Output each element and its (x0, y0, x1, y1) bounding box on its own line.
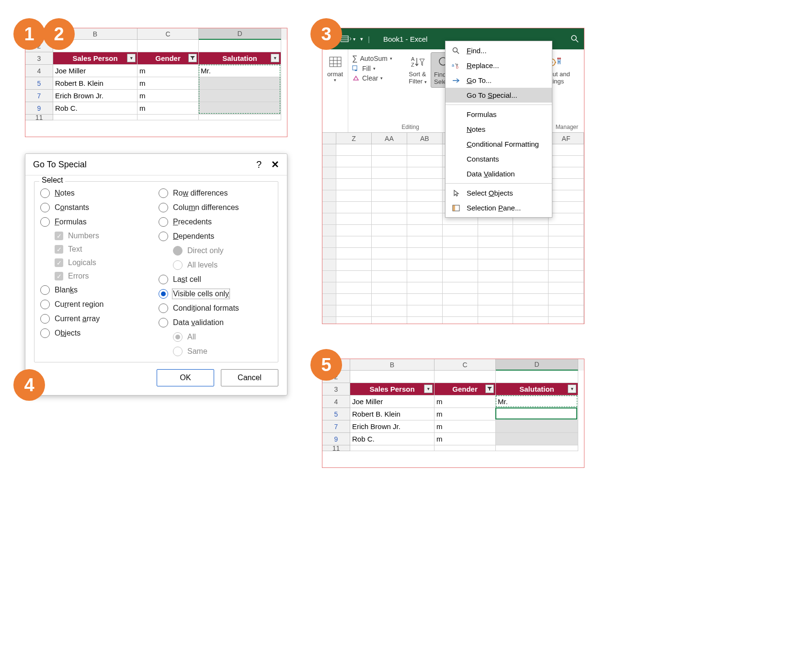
cell[interactable] (372, 305, 407, 317)
cell[interactable] (478, 305, 514, 317)
cell[interactable] (435, 445, 496, 451)
cell[interactable] (549, 156, 584, 167)
cell[interactable] (372, 167, 407, 179)
fill-button[interactable]: Fill ▾ (352, 65, 405, 72)
cell[interactable] (513, 259, 549, 271)
cell[interactable]: Rob C. (53, 102, 137, 115)
cell[interactable] (407, 305, 443, 317)
cell[interactable]: m (137, 77, 199, 90)
close-icon[interactable]: ✕ (271, 159, 279, 170)
cell[interactable] (336, 144, 372, 156)
radio-current-region[interactable]: Current region (40, 300, 154, 309)
radio-visible-cells-only[interactable]: Visible cells only (159, 289, 272, 299)
cell[interactable] (496, 408, 578, 420)
cell[interactable] (549, 317, 584, 324)
cell[interactable] (336, 282, 372, 294)
row-header[interactable]: 3 (322, 383, 350, 396)
cell[interactable] (407, 213, 443, 225)
cancel-button[interactable]: Cancel (221, 369, 278, 386)
row-header[interactable] (322, 190, 336, 202)
cell[interactable] (478, 248, 514, 259)
cell[interactable] (372, 202, 407, 213)
cell[interactable] (137, 115, 199, 120)
format-button[interactable]: ormat ▾ (323, 52, 347, 84)
cell[interactable] (407, 271, 443, 282)
menu-item-notes[interactable]: Notes (446, 122, 552, 137)
cell[interactable] (496, 371, 578, 383)
cell[interactable] (372, 294, 407, 305)
cell[interactable] (513, 271, 549, 282)
cell[interactable] (549, 282, 584, 294)
radio-notes[interactable]: Notes (40, 188, 154, 198)
cell[interactable] (372, 317, 407, 324)
cell[interactable] (478, 225, 514, 236)
radio-constants[interactable]: Constants (40, 203, 154, 212)
cell[interactable] (407, 294, 443, 305)
radio-conditional-formats[interactable]: Conditional formats (159, 303, 272, 313)
cell[interactable]: m (137, 65, 199, 77)
cell[interactable] (513, 282, 549, 294)
cell[interactable] (443, 225, 478, 236)
row-header[interactable] (322, 156, 336, 167)
radio-formulas[interactable]: Formulas (40, 217, 154, 227)
cell[interactable] (549, 167, 584, 179)
cell[interactable] (199, 40, 281, 52)
cell[interactable] (443, 317, 478, 324)
cell[interactable] (549, 259, 584, 271)
cell[interactable] (443, 271, 478, 282)
menu-item-selection-pane[interactable]: Selection Pane... (446, 200, 552, 215)
qat-overflow-icon[interactable]: ▾ (360, 36, 363, 42)
cell[interactable] (549, 144, 584, 156)
menu-item-go-to[interactable]: Go To... (446, 73, 552, 88)
cell[interactable]: Rob C. (350, 433, 435, 445)
cell[interactable] (372, 282, 407, 294)
cell[interactable] (372, 144, 407, 156)
col-header[interactable]: AF (549, 133, 584, 144)
cell[interactable] (336, 213, 372, 225)
filter-dropdown-icon[interactable]: ▾ (568, 384, 576, 393)
cell[interactable]: Joe Miller (53, 65, 137, 77)
cell[interactable] (137, 40, 199, 52)
cell[interactable] (435, 371, 496, 383)
row-header[interactable] (322, 236, 336, 248)
cell[interactable] (336, 236, 372, 248)
cell[interactable]: Erich Brown Jr. (350, 420, 435, 433)
filter-dropdown-icon[interactable]: ▾ (127, 54, 136, 62)
cell[interactable] (478, 271, 514, 282)
cell[interactable] (478, 259, 514, 271)
cell[interactable] (372, 190, 407, 202)
table-header-cell[interactable]: Salutation▾ (199, 52, 281, 65)
row-header[interactable] (322, 294, 336, 305)
cell[interactable] (199, 77, 281, 90)
cell[interactable] (443, 305, 478, 317)
table-header-cell[interactable]: Salutation▾ (496, 383, 578, 396)
cell[interactable] (549, 248, 584, 259)
menu-item-conditional-formatting[interactable]: Conditional Formatting (446, 137, 552, 151)
row-header[interactable]: 11 (25, 115, 53, 120)
help-icon[interactable]: ? (256, 159, 262, 170)
cell[interactable] (199, 102, 281, 115)
cell[interactable] (496, 433, 578, 445)
cell[interactable] (513, 225, 549, 236)
cell[interactable]: m (435, 420, 496, 433)
cell[interactable] (336, 294, 372, 305)
row-header[interactable]: 5 (25, 77, 53, 90)
row-header[interactable]: 9 (25, 102, 53, 115)
cell[interactable] (407, 236, 443, 248)
filter-active-icon[interactable] (485, 384, 494, 393)
row-header[interactable] (322, 282, 336, 294)
cell[interactable] (443, 248, 478, 259)
cell[interactable] (336, 179, 372, 190)
radio-precedents[interactable]: Precedents (159, 217, 272, 227)
cell[interactable] (443, 259, 478, 271)
cell[interactable] (478, 294, 514, 305)
cell[interactable] (336, 156, 372, 167)
cell[interactable]: Mr. (496, 396, 578, 408)
cell[interactable] (549, 179, 584, 190)
cell[interactable]: m (435, 433, 496, 445)
col-header[interactable]: B (350, 359, 435, 371)
cell[interactable] (549, 202, 584, 213)
sort-filter-button[interactable]: AZ Sort &Filter ▾ (406, 52, 430, 87)
cell[interactable] (372, 271, 407, 282)
cell[interactable] (407, 179, 443, 190)
